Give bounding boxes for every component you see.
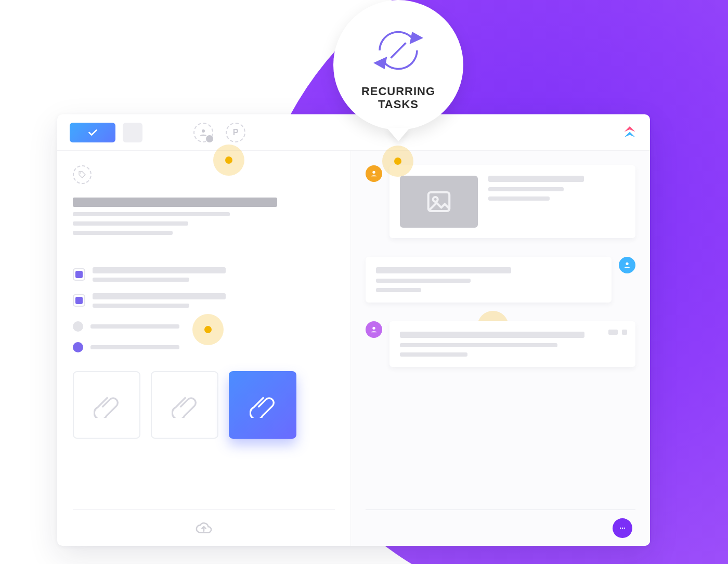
- task-detail-window: P: [57, 114, 650, 546]
- send-comment-button[interactable]: [613, 518, 632, 538]
- activity-pane: [351, 151, 650, 546]
- attachment-tile[interactable]: [73, 371, 140, 439]
- svg-marker-5: [625, 132, 635, 137]
- paperclip-icon: [172, 392, 198, 418]
- task-desc-line: [73, 212, 230, 216]
- subtask-checkbox[interactable]: [73, 268, 85, 281]
- comment-item[interactable]: [366, 257, 635, 303]
- comment-menu-button[interactable]: [622, 330, 627, 335]
- subtask-checkbox[interactable]: [73, 294, 85, 307]
- svg-point-7: [372, 171, 375, 174]
- paperclip-icon: [250, 392, 276, 418]
- clickup-logo-icon: [622, 125, 638, 140]
- svg-point-6: [80, 173, 81, 174]
- svg-point-14: [624, 527, 625, 528]
- hero-recurring-tasks-badge: RECURRING TASKS: [333, 0, 463, 130]
- hero-title: RECURRING TASKS: [361, 85, 435, 111]
- svg-point-9: [433, 197, 438, 202]
- svg-point-12: [620, 527, 621, 528]
- comment-card: [389, 321, 635, 367]
- image-thumbnail[interactable]: [400, 176, 478, 228]
- attachment-grid: [73, 371, 335, 439]
- badge-arrow-pointer: [387, 128, 410, 141]
- comment-item[interactable]: [366, 321, 635, 367]
- paperclip-icon: [94, 392, 120, 418]
- user-avatar-icon: [366, 321, 382, 338]
- svg-marker-0: [410, 32, 423, 44]
- svg-marker-4: [625, 126, 635, 132]
- refresh-cycle-icon: [367, 19, 430, 82]
- item-highlight-dot: [192, 314, 224, 345]
- attachment-tile[interactable]: [151, 371, 218, 439]
- comment-item[interactable]: [366, 165, 635, 238]
- svg-marker-1: [373, 57, 387, 69]
- person-add-icon: [199, 128, 208, 137]
- user-avatar-icon: [619, 257, 635, 273]
- status-dot-icon: [73, 321, 83, 332]
- comment-input-footer: [366, 509, 635, 546]
- attachment-tile-active[interactable]: [229, 371, 296, 439]
- subtask-item[interactable]: [73, 293, 335, 308]
- task-desc-line: [73, 231, 173, 235]
- task-title-placeholder[interactable]: [73, 198, 277, 207]
- flag-p-icon: P: [233, 128, 239, 137]
- assign-user-button[interactable]: [193, 123, 213, 142]
- image-icon: [425, 188, 453, 216]
- svg-point-10: [626, 263, 628, 265]
- svg-line-2: [391, 43, 406, 58]
- task-header: P: [57, 114, 650, 151]
- task-title-block: [73, 198, 335, 235]
- subtask-item[interactable]: [73, 267, 335, 282]
- status-secondary-button[interactable]: [123, 123, 142, 142]
- comment-card: [366, 257, 612, 303]
- title-highlight-dot: [213, 145, 244, 176]
- status-complete-button[interactable]: [70, 123, 115, 142]
- tag-icon: [78, 170, 86, 179]
- comment-top-highlight-dot: [382, 146, 413, 177]
- svg-point-3: [202, 129, 205, 133]
- chat-bubble-icon: [618, 523, 627, 533]
- task-left-pane: [57, 151, 351, 546]
- upload-footer[interactable]: [73, 509, 335, 546]
- svg-point-13: [622, 527, 623, 528]
- add-tag-button[interactable]: [73, 165, 92, 184]
- svg-point-11: [372, 327, 375, 330]
- user-avatar-icon: [366, 165, 382, 182]
- reaction-chip[interactable]: [608, 330, 618, 335]
- priority-button[interactable]: P: [226, 123, 245, 142]
- comment-card: [389, 165, 635, 238]
- subtask-list: [73, 267, 335, 308]
- task-desc-line: [73, 221, 188, 226]
- cloud-upload-icon: [195, 519, 213, 537]
- check-icon: [87, 127, 98, 138]
- status-dot-icon: [73, 342, 83, 352]
